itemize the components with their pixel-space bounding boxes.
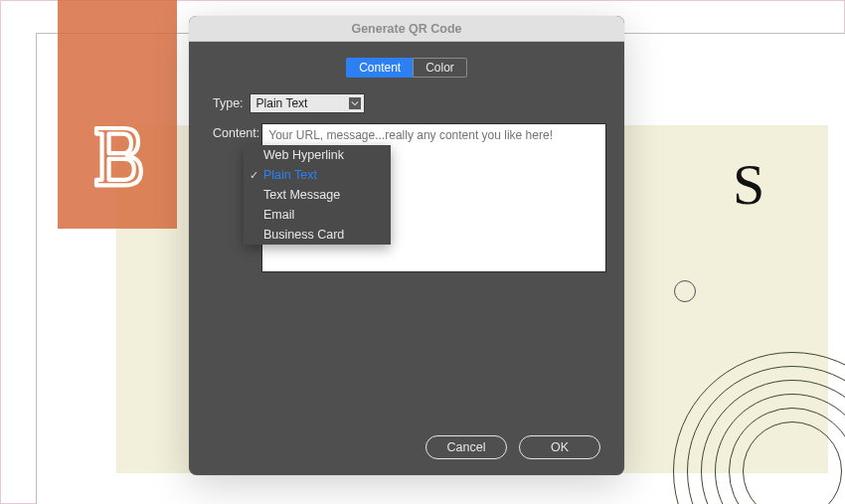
content-label: Content: [213,123,261,141]
type-select-value: Plain Text [256,96,308,110]
type-option-label: Text Message [263,188,340,202]
concentric-circles-decoration [673,352,845,504]
type-option-label: Email [263,208,294,222]
type-option-email[interactable]: Email [244,205,391,225]
cancel-button[interactable]: Cancel [425,435,507,459]
type-option-plain-text[interactable]: ✓ Plain Text [244,165,391,185]
check-icon: ✓ [244,169,263,182]
tab-group: Content Color [207,58,606,78]
type-option-label: Business Card [263,228,344,242]
type-dropdown: Web Hyperlink ✓ Plain Text Text Message … [244,145,391,245]
type-option-web-hyperlink[interactable]: Web Hyperlink [244,145,391,165]
type-option-label: Plain Text [263,168,317,182]
b-logo-icon [83,121,152,191]
ok-button[interactable]: OK [519,435,600,459]
tab-content[interactable]: Content [346,58,413,78]
type-row: Type: Plain Text [207,93,606,113]
headline-letter: S [733,151,764,218]
type-label: Type: [213,96,244,110]
dialog-buttons: Cancel OK [425,435,600,459]
generate-qr-code-dialog: Generate QR Code Content Color Type: Pla… [189,16,624,475]
tab-color[interactable]: Color [413,58,467,78]
type-select[interactable]: Plain Text [250,93,365,113]
logo-banner [58,0,177,229]
type-option-label: Web Hyperlink [263,148,344,162]
small-circle-decoration [674,280,696,302]
type-option-business-card[interactable]: Business Card [244,225,391,245]
dialog-titlebar[interactable]: Generate QR Code [189,16,624,42]
chevron-down-icon [349,97,361,109]
dialog-title: Generate QR Code [351,22,461,36]
type-option-text-message[interactable]: Text Message [244,185,391,205]
dialog-body: Content Color Type: Plain Text Content: … [189,42,624,475]
